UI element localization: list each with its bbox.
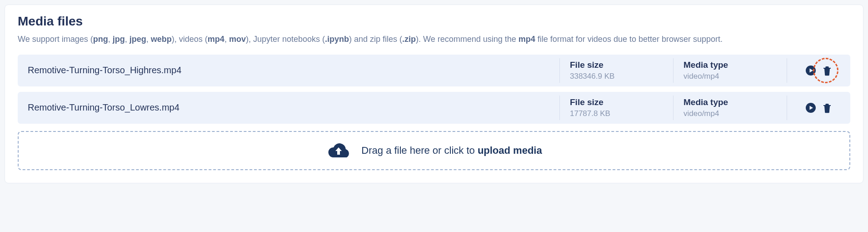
upload-dropzone[interactable]: Drag a file here or click to upload medi…	[18, 131, 850, 170]
file-size-value: 17787.8 KB	[570, 109, 663, 118]
file-name: Remotive-Turning-Torso_Lowres.mp4	[18, 96, 559, 120]
file-row: Remotive-Turning-Torso_Lowres.mp4 File s…	[18, 92, 850, 124]
section-title: Media files	[18, 14, 850, 29]
play-button[interactable]	[805, 102, 816, 113]
media-type-value: video/mp4	[683, 72, 777, 81]
file-size-cell: File size 338346.9 KB	[559, 58, 673, 83]
play-icon	[805, 65, 816, 76]
media-type-cell: Media type video/mp4	[673, 96, 787, 120]
file-size-label: File size	[570, 97, 663, 107]
file-size-value: 338346.9 KB	[570, 72, 663, 81]
section-description: We support images (png, jpg, jpeg, webp)…	[18, 32, 850, 46]
file-row: Remotive-Turning-Torso_Highres.mp4 File …	[18, 55, 850, 86]
media-type-value: video/mp4	[683, 109, 777, 118]
file-actions	[787, 96, 850, 120]
media-type-label: Media type	[683, 60, 777, 70]
cloud-upload-icon	[326, 141, 351, 160]
file-name: Remotive-Turning-Torso_Highres.mp4	[18, 58, 559, 83]
delete-button[interactable]	[822, 65, 833, 76]
file-actions	[787, 58, 850, 83]
media-type-label: Media type	[683, 97, 777, 107]
media-type-cell: Media type video/mp4	[673, 58, 787, 83]
trash-icon	[822, 65, 832, 76]
file-list: Remotive-Turning-Torso_Highres.mp4 File …	[18, 55, 850, 124]
delete-button[interactable]	[822, 102, 833, 113]
trash-icon	[822, 102, 832, 113]
file-size-label: File size	[570, 60, 663, 70]
play-icon	[805, 102, 816, 113]
media-files-panel: Media files We support images (png, jpg,…	[5, 5, 863, 183]
dropzone-text: Drag a file here or click to upload medi…	[361, 145, 542, 156]
file-size-cell: File size 17787.8 KB	[559, 96, 673, 120]
play-button[interactable]	[805, 65, 816, 76]
